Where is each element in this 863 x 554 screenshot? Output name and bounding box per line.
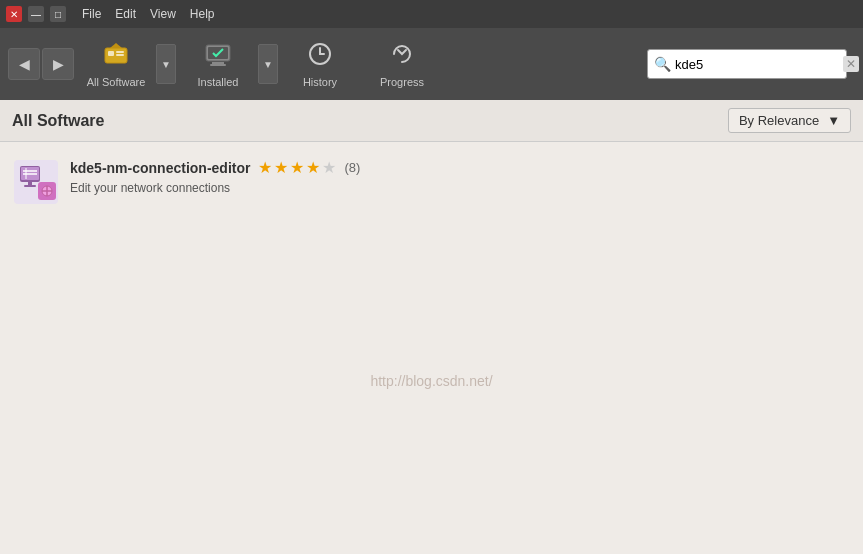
svg-rect-3 xyxy=(116,51,124,53)
star-2: ★ xyxy=(274,158,288,177)
progress-icon xyxy=(388,40,416,72)
history-label: History xyxy=(303,76,337,88)
toolbar: ◀ ▶ All Software ▼ Installed xyxy=(0,28,863,100)
all-software-dropdown[interactable]: ▼ xyxy=(156,44,176,84)
svg-rect-17 xyxy=(24,185,36,187)
history-tab[interactable]: History xyxy=(280,30,360,98)
page-header: All Software By Relevance ▼ xyxy=(0,100,863,142)
sort-chevron-icon: ▼ xyxy=(827,113,840,128)
installed-tab[interactable]: Installed xyxy=(178,30,258,98)
svg-rect-2 xyxy=(108,51,114,56)
star-rating: ★ ★ ★ ★ ★ xyxy=(258,158,336,177)
menu-edit[interactable]: Edit xyxy=(115,7,136,21)
menu-bar: File Edit View Help xyxy=(82,7,215,21)
app-info: kde5-nm-connection-editor ★ ★ ★ ★ ★ (8) … xyxy=(70,158,851,195)
sort-dropdown[interactable]: By Relevance ▼ xyxy=(728,108,851,133)
maximize-button[interactable]: □ xyxy=(50,6,66,22)
minimize-button[interactable]: — xyxy=(28,6,44,22)
progress-label: Progress xyxy=(380,76,424,88)
menu-help[interactable]: Help xyxy=(190,7,215,21)
back-button[interactable]: ◀ xyxy=(8,48,40,80)
app-name: kde5-nm-connection-editor xyxy=(70,160,250,176)
star-3: ★ xyxy=(290,158,304,177)
svg-rect-7 xyxy=(212,62,224,64)
search-input[interactable] xyxy=(675,57,843,72)
watermark: http://blog.csdn.net/ xyxy=(370,373,492,389)
search-container: 🔍 ✕ xyxy=(647,49,847,79)
installed-label: Installed xyxy=(198,76,239,88)
star-5: ★ xyxy=(322,158,336,177)
svg-rect-16 xyxy=(28,182,32,185)
all-software-tab[interactable]: All Software xyxy=(76,30,156,98)
progress-tab[interactable]: Progress xyxy=(362,30,442,98)
titlebar: ✕ — □ File Edit View Help xyxy=(0,0,863,28)
close-button[interactable]: ✕ xyxy=(6,6,22,22)
sort-label: By Relevance xyxy=(739,113,819,128)
star-1: ★ xyxy=(258,158,272,177)
menu-file[interactable]: File xyxy=(82,7,101,21)
page-title: All Software xyxy=(12,112,104,130)
history-icon xyxy=(306,40,334,72)
menu-view[interactable]: View xyxy=(150,7,176,21)
search-icon: 🔍 xyxy=(654,56,671,72)
forward-button[interactable]: ▶ xyxy=(42,48,74,80)
star-4: ★ xyxy=(306,158,320,177)
svg-marker-1 xyxy=(110,43,122,48)
installed-dropdown[interactable]: ▼ xyxy=(258,44,278,84)
all-software-icon xyxy=(102,40,130,72)
app-description: Edit your network connections xyxy=(70,181,851,195)
app-name-row: kde5-nm-connection-editor ★ ★ ★ ★ ★ (8) xyxy=(70,158,851,177)
app-icon xyxy=(12,158,60,206)
list-item[interactable]: kde5-nm-connection-editor ★ ★ ★ ★ ★ (8) … xyxy=(0,150,863,214)
installed-icon xyxy=(204,40,232,72)
all-software-label: All Software xyxy=(87,76,146,88)
rating-count: (8) xyxy=(344,160,360,175)
svg-rect-8 xyxy=(210,64,226,66)
svg-rect-4 xyxy=(116,54,124,56)
content-area: kde5-nm-connection-editor ★ ★ ★ ★ ★ (8) … xyxy=(0,142,863,554)
search-clear-button[interactable]: ✕ xyxy=(843,56,859,72)
